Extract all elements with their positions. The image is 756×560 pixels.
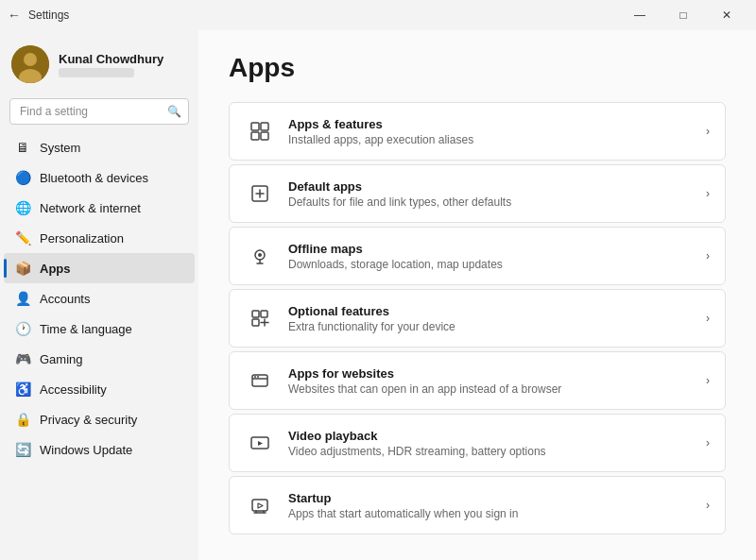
svg-rect-4	[261, 123, 268, 130]
sidebar-item-label-privacy: Privacy & security	[40, 413, 137, 427]
offline-maps-title: Offline maps	[288, 242, 693, 256]
video-playback-icon	[245, 428, 275, 458]
windows-update-icon: 🔄	[15, 442, 30, 457]
sidebar-item-gaming[interactable]: 🎮Gaming	[4, 344, 195, 374]
back-icon[interactable]: ←	[8, 8, 21, 23]
user-email	[59, 68, 134, 77]
optional-features-chevron-icon: ›	[706, 312, 710, 325]
apps-websites-text: Apps for websitesWebsites that can open …	[288, 366, 693, 396]
sidebar-item-label-accessibility: Accessibility	[40, 382, 107, 397]
optional-features-text: Optional featuresExtra functionality for…	[288, 304, 693, 333]
search-input[interactable]	[9, 98, 189, 125]
optional-features-desc: Extra functionality for your device	[288, 320, 693, 333]
svg-rect-3	[251, 123, 259, 130]
svg-rect-17	[252, 500, 267, 511]
video-playback-desc: Video adjustments, HDR streaming, batter…	[288, 445, 693, 458]
offline-maps-chevron-icon: ›	[706, 249, 710, 263]
startup-desc: Apps that start automatically when you s…	[288, 507, 693, 520]
startup-text: StartupApps that start automatically whe…	[288, 491, 693, 520]
sidebar: Kunal Chowdhury 🔍 🖥System🔵Bluetooth & de…	[0, 30, 198, 560]
svg-rect-11	[261, 311, 267, 317]
apps-icon: 📦	[15, 261, 30, 276]
maximize-button[interactable]: □	[662, 0, 705, 30]
startup-title: Startup	[288, 491, 693, 505]
user-name: Kunal Chowdhury	[59, 52, 163, 66]
offline-maps-icon	[245, 241, 275, 271]
personalization-icon: ✏️	[15, 230, 30, 246]
settings-list: Apps & featuresInstalled apps, app execu…	[229, 102, 726, 535]
apps-websites-desc: Websites that can open in an app instead…	[288, 382, 693, 396]
close-button[interactable]: ✕	[705, 0, 748, 30]
user-profile: Kunal Chowdhury	[0, 30, 198, 94]
apps-features-text: Apps & featuresInstalled apps, app execu…	[288, 117, 693, 146]
default-apps-icon	[245, 178, 275, 209]
sidebar-item-label-network: Network & internet	[40, 201, 141, 215]
video-playback-text: Video playbackVideo adjustments, HDR str…	[288, 429, 693, 458]
sidebar-item-accessibility[interactable]: ♿Accessibility	[4, 374, 195, 404]
user-info: Kunal Chowdhury	[59, 52, 163, 77]
sidebar-item-windows-update[interactable]: 🔄Windows Update	[4, 434, 195, 465]
sidebar-item-apps[interactable]: 📦Apps	[4, 253, 195, 283]
time-icon: 🕐	[15, 321, 30, 336]
accounts-icon: 👤	[15, 291, 30, 306]
offline-maps-desc: Downloads, storage location, map updates	[288, 258, 693, 271]
settings-item-optional-features[interactable]: Optional featuresExtra functionality for…	[229, 289, 726, 348]
settings-item-default-apps[interactable]: Default appsDefaults for file and link t…	[229, 164, 726, 223]
title-bar-left: ← Settings	[8, 8, 69, 23]
apps-websites-title: Apps for websites	[288, 366, 693, 381]
sidebar-item-label-gaming: Gaming	[40, 352, 83, 366]
apps-features-title: Apps & features	[288, 117, 693, 131]
search-icon: 🔍	[167, 105, 181, 118]
sidebar-item-label-time: Time & language	[40, 322, 132, 336]
video-playback-chevron-icon: ›	[706, 436, 710, 450]
sidebar-item-label-accounts: Accounts	[40, 292, 90, 306]
nav-list: 🖥System🔵Bluetooth & devices🌐Network & in…	[0, 132, 198, 465]
settings-item-apps-features[interactable]: Apps & featuresInstalled apps, app execu…	[229, 102, 726, 161]
offline-maps-text: Offline mapsDownloads, storage location,…	[288, 242, 693, 271]
sidebar-item-privacy[interactable]: 🔒Privacy & security	[4, 404, 195, 434]
page-title: Apps	[229, 53, 726, 83]
default-apps-chevron-icon: ›	[706, 187, 710, 200]
app-container: Kunal Chowdhury 🔍 🖥System🔵Bluetooth & de…	[0, 30, 756, 560]
minimize-button[interactable]: —	[618, 0, 662, 30]
startup-icon	[245, 490, 275, 520]
sidebar-item-personalization[interactable]: ✏️Personalization	[4, 223, 195, 253]
default-apps-desc: Defaults for file and link types, other …	[288, 195, 693, 209]
optional-features-icon	[245, 303, 275, 333]
privacy-icon: 🔒	[15, 412, 30, 427]
title-bar-controls: — □ ✕	[618, 0, 748, 30]
sidebar-item-network[interactable]: 🌐Network & internet	[4, 193, 195, 223]
sidebar-item-label-system: System	[40, 141, 80, 155]
main-content: Apps Apps & featuresInstalled apps, app …	[198, 30, 756, 560]
settings-item-offline-maps[interactable]: Offline mapsDownloads, storage location,…	[229, 227, 726, 285]
optional-features-title: Optional features	[288, 304, 693, 318]
sidebar-item-label-personalization: Personalization	[40, 231, 124, 246]
svg-point-15	[257, 376, 259, 378]
settings-item-video-playback[interactable]: Video playbackVideo adjustments, HDR str…	[229, 414, 726, 472]
sidebar-item-system[interactable]: 🖥System	[4, 132, 195, 162]
system-icon: 🖥	[15, 140, 30, 155]
sidebar-item-label-windows-update: Windows Update	[40, 443, 132, 457]
video-playback-title: Video playback	[288, 429, 693, 443]
window-title: Settings	[28, 8, 69, 22]
network-icon: 🌐	[15, 200, 30, 215]
accessibility-icon: ♿	[15, 382, 30, 397]
svg-point-1	[24, 53, 37, 66]
apps-features-chevron-icon: ›	[706, 125, 710, 138]
settings-item-startup[interactable]: StartupApps that start automatically whe…	[229, 476, 726, 535]
bluetooth-icon: 🔵	[15, 170, 30, 185]
startup-chevron-icon: ›	[706, 499, 710, 512]
sidebar-item-label-bluetooth: Bluetooth & devices	[40, 171, 148, 185]
settings-item-apps-websites[interactable]: Apps for websitesWebsites that can open …	[229, 351, 726, 410]
apps-websites-icon	[245, 365, 275, 396]
svg-rect-5	[251, 132, 259, 140]
svg-point-14	[254, 376, 256, 378]
default-apps-title: Default apps	[288, 179, 693, 194]
sidebar-item-bluetooth[interactable]: 🔵Bluetooth & devices	[4, 162, 195, 193]
gaming-icon: 🎮	[15, 351, 30, 366]
sidebar-item-time[interactable]: 🕐Time & language	[4, 314, 195, 344]
avatar	[11, 45, 49, 83]
svg-rect-12	[252, 319, 259, 326]
sidebar-item-accounts[interactable]: 👤Accounts	[4, 283, 195, 314]
svg-rect-10	[252, 311, 259, 317]
